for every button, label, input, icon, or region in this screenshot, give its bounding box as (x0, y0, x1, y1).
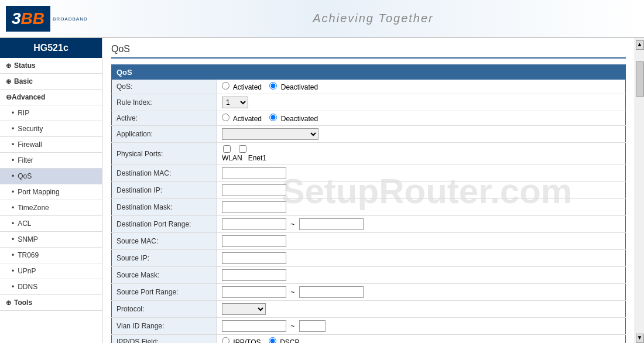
sidebar-item-ddns[interactable]: • DDNS (0, 279, 102, 295)
protocol-select[interactable] (222, 303, 266, 315)
ipp-tos-radio[interactable] (222, 337, 229, 343)
dscp-radio[interactable] (269, 337, 276, 343)
active-activated-radio[interactable] (222, 114, 229, 121)
dot-timezone-icon: • (12, 204, 14, 212)
src-ip-label: Source IP: (112, 250, 217, 267)
header-title: Achieving Together (102, 12, 644, 25)
dscp-label: DSCP (280, 338, 299, 343)
ipp-ds-field-label: IPP/DS Field: (112, 335, 217, 344)
sidebar-label-advanced: Advanced (12, 93, 45, 101)
sidebar-item-upnp[interactable]: • UPnP (0, 263, 102, 279)
sidebar-item-port-mapping[interactable]: • Port Mapping (0, 184, 102, 200)
active-label: Active: (112, 111, 217, 126)
scrollbar[interactable]: ▲ ▼ (635, 38, 644, 343)
dest-port-tilde: ~ (290, 220, 294, 228)
src-mask-value (217, 267, 626, 284)
src-mask-input[interactable] (222, 269, 286, 281)
expand-tools-icon: ⊕ (6, 299, 11, 307)
sidebar-label-rip: RIP (18, 109, 29, 117)
wlan-checkbox[interactable] (223, 145, 231, 153)
table-row: Vlan ID Range: ~ (112, 318, 626, 335)
dest-port-range-start[interactable] (222, 218, 286, 230)
table-row: Protocol: (112, 301, 626, 318)
sidebar-item-firewall[interactable]: • Firewall (0, 137, 102, 153)
dot-qos-icon: • (12, 172, 14, 180)
page-title: QoS (111, 44, 626, 59)
physical-ports-value: WLAN Enet1 (217, 143, 626, 165)
table-row: Source Mask: (112, 267, 626, 284)
active-value: Activated Deactivated (217, 111, 626, 126)
logo-box: 3 BB (6, 6, 50, 32)
dest-mask-input[interactable] (222, 201, 286, 213)
sidebar-item-tr069[interactable]: • TR069 (0, 248, 102, 263)
vlan-id-range-label: Vlan ID Range: (112, 318, 217, 335)
src-ip-input[interactable] (222, 252, 286, 264)
vlan-id-end[interactable] (299, 320, 326, 332)
vlan-id-start[interactable] (222, 320, 286, 332)
table-row: Source IP: (112, 250, 626, 267)
expand-advanced-icon: ⊖ (6, 93, 12, 101)
dot-filter-icon: • (12, 156, 14, 164)
table-row: Destination Port Range: ~ (112, 216, 626, 233)
vlan-id-range-value: ~ (217, 318, 626, 335)
dest-ip-label: Destination IP: (112, 182, 217, 199)
active-deactivated-radio[interactable] (269, 114, 277, 121)
scroll-up-button[interactable]: ▲ (636, 40, 644, 50)
sidebar-item-filter[interactable]: • Filter (0, 153, 102, 169)
sidebar-item-qos[interactable]: • QoS (0, 169, 102, 184)
sidebar-item-basic[interactable]: ⊕ Basic (0, 74, 102, 90)
table-row: Destination IP: (112, 182, 626, 199)
dest-mac-value (217, 165, 626, 182)
dot-tr069-icon: • (12, 251, 14, 259)
logo-sub-text: BROADBAND (53, 16, 88, 22)
dest-port-range-end[interactable] (299, 218, 364, 230)
enet1-label: Enet1 (248, 154, 266, 162)
rule-index-label: Rule Index: (112, 94, 217, 111)
qos-table: QoS QoS: Activated Deactivated Rule Inde… (111, 64, 626, 343)
qos-activated-radio[interactable] (222, 82, 229, 90)
src-mac-input[interactable] (222, 235, 286, 247)
sidebar-item-advanced[interactable]: ⊖ Advanced (0, 90, 102, 105)
src-mac-value (217, 233, 626, 250)
dot-upnp-icon: • (12, 267, 14, 275)
dest-mac-input[interactable] (222, 167, 286, 179)
table-row: IPP/DS Field: IPP/TOS DSCP (112, 335, 626, 344)
sidebar-label-filter: Filter (18, 156, 33, 164)
table-row: Destination MAC: (112, 165, 626, 182)
src-port-range-label: Source Port Range: (112, 284, 217, 301)
sidebar-item-tools[interactable]: ⊕ Tools (0, 295, 102, 311)
sidebar-item-timezone[interactable]: • TimeZone (0, 200, 102, 216)
qos-section-header: QoS (112, 65, 626, 80)
enet1-checkbox[interactable] (239, 145, 246, 153)
sidebar-label-upnp: UPnP (18, 267, 36, 275)
sidebar-item-rip[interactable]: • RIP (0, 105, 102, 121)
table-row: QoS: Activated Deactivated (112, 80, 626, 94)
sidebar-item-security[interactable]: • Security (0, 121, 102, 137)
application-select[interactable] (222, 128, 318, 140)
sidebar-item-snmp[interactable]: • SNMP (0, 232, 102, 248)
expand-basic-icon: ⊕ (6, 78, 11, 85)
table-row: Active: Activated Deactivated (112, 111, 626, 126)
qos-deactivated-radio[interactable] (269, 82, 277, 90)
dest-ip-input[interactable] (222, 184, 286, 196)
sidebar-label-tools: Tools (14, 299, 32, 307)
dot-ddns-icon: • (12, 283, 14, 291)
src-port-range-start[interactable] (222, 286, 286, 298)
active-deactivated-label: Deactivated (281, 115, 318, 123)
scroll-thumb[interactable] (636, 61, 644, 97)
sidebar-item-status[interactable]: ⊕ Status (0, 58, 102, 74)
src-ip-value (217, 250, 626, 267)
dot-snmp-icon: • (12, 235, 14, 243)
ipp-tos-label: IPP/TOS (233, 338, 261, 343)
scroll-down-button[interactable]: ▼ (636, 334, 644, 343)
rule-index-select[interactable]: 123 (222, 97, 248, 108)
sidebar-label-basic: Basic (14, 77, 33, 85)
sidebar-label-tr069: TR069 (18, 251, 39, 259)
src-port-range-end[interactable] (299, 286, 364, 298)
rule-index-value: 123 (217, 94, 626, 111)
src-port-range-value: ~ (217, 284, 626, 301)
sidebar-item-acl[interactable]: • ACL (0, 216, 102, 232)
active-activated-label: Activated (233, 115, 262, 123)
dot-security-icon: • (12, 125, 14, 133)
src-port-tilde: ~ (290, 288, 294, 296)
